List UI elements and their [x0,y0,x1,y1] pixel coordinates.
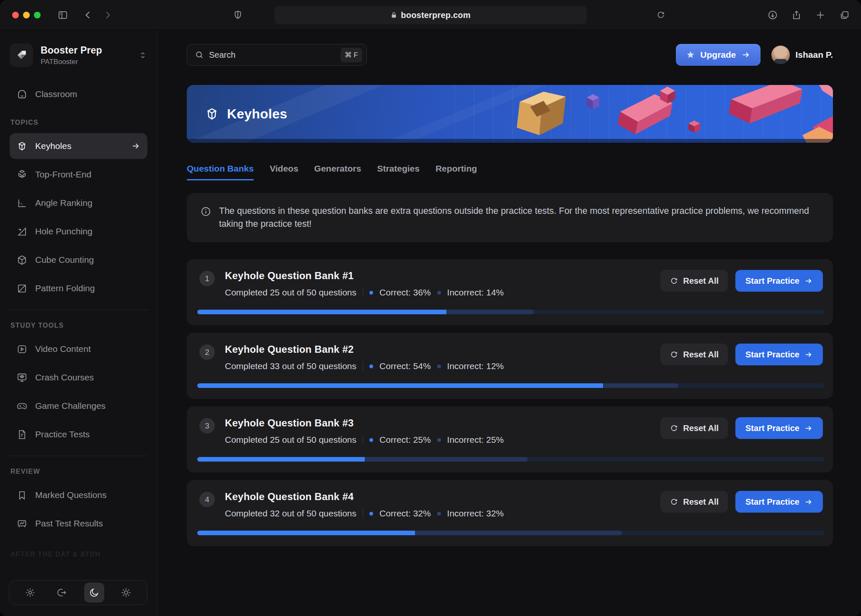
card-number-badge: 4 [199,492,215,507]
sidebar-item-hole-punching[interactable]: Hole Punching [10,218,147,244]
search-bar[interactable]: ⌘ F [187,44,367,66]
incorrect-text: Incorrect: 32% [447,508,504,518]
bookmark-icon [16,490,28,501]
arrow-right-icon [131,141,141,151]
tab-question-banks[interactable]: Question Banks [187,164,254,180]
main-content: ⌘ F Upgrade Ishaan P. [157,30,861,616]
reset-all-button[interactable]: Reset All [660,270,728,292]
forward-icon[interactable] [102,10,113,21]
section-label-study-tools: STUDY TOOLS [10,322,147,329]
question-bank-card-1: 1 Keyhole Question Bank #1 Completed 25 … [187,259,833,325]
sidebar-item-game-challenges[interactable]: Game Challenges [10,393,147,419]
user-name: Ishaan P. [796,50,833,60]
sidebar-item-label: Angle Ranking [35,198,93,208]
tab-videos[interactable]: Videos [270,164,298,180]
downloads-icon[interactable] [767,10,778,21]
tab-bar: Question Banks Videos Generators Strateg… [187,164,833,180]
reset-all-button[interactable]: Reset All [660,417,728,439]
sidebar-item-pattern-folding[interactable]: Pattern Folding [10,275,147,301]
sidebar-toggle-icon[interactable] [57,10,68,21]
zoom-window-button[interactable] [34,12,41,18]
reset-all-button[interactable]: Reset All [660,491,728,513]
start-practice-button[interactable]: Start Practice [735,491,823,513]
sidebar-item-label: Crash Courses [35,372,94,382]
sidebar-item-practice-tests[interactable]: Practice Tests [10,421,147,447]
sidebar-nav: Classroom TOPICS Keyholes Top-Front-End [10,81,147,558]
brand[interactable]: Booster Prep PATBooster [10,44,147,67]
light-mode-button[interactable] [116,583,136,603]
tab-generators[interactable]: Generators [314,164,361,180]
incorrect-dot [437,512,441,516]
progress-correct [197,457,366,462]
keyholes-banner: Keyholes [187,85,833,143]
back-icon[interactable] [83,10,94,21]
arrow-right-icon [804,424,813,433]
section-label-topics: TOPICS [10,119,147,126]
tab-overview-icon[interactable] [839,10,850,21]
incorrect-text: Incorrect: 12% [447,361,504,371]
progress-bar [197,457,824,462]
lock-icon [390,12,397,19]
crash-courses-icon [16,372,28,383]
arrow-right-icon [804,277,813,285]
progress-bar [197,310,824,314]
reload-icon[interactable] [656,10,665,20]
completed-text: Completed 25 out of 50 questions [225,287,356,298]
sidebar-item-label: Keyholes [35,141,71,151]
share-icon[interactable] [791,10,802,21]
reset-all-label: Reset All [683,350,719,359]
progress-incorrect [603,383,678,388]
correct-text: Correct: 36% [379,287,431,298]
card-subtitle: Completed 25 out of 50 questions Correct… [225,287,504,298]
upgrade-button[interactable]: Upgrade [676,44,760,66]
card-number-badge: 1 [199,271,215,286]
sidebar-item-video-content[interactable]: Video Content [10,336,147,362]
section-label-review: REVIEW [10,468,147,475]
start-practice-button[interactable]: Start Practice [735,344,823,365]
new-tab-icon[interactable] [815,10,826,21]
card-title: Keyhole Question Bank #3 [225,417,504,429]
close-window-button[interactable] [12,12,19,18]
game-controller-icon [16,400,28,412]
progress-incorrect [415,531,622,535]
card-title: Keyhole Question Bank #4 [225,491,504,503]
tab-strategies[interactable]: Strategies [377,164,420,180]
dark-mode-button[interactable] [84,583,104,603]
sidebar-item-past-test-results[interactable]: Past Test Results [10,511,147,536]
sidebar-item-classroom[interactable]: Classroom [10,81,147,107]
settings-button[interactable] [20,583,40,603]
start-practice-label: Start Practice [745,497,799,507]
start-practice-button[interactable]: Start Practice [735,417,823,439]
progress-correct [197,531,417,535]
reset-icon [670,350,678,359]
info-icon [200,206,211,217]
sidebar: Booster Prep PATBooster Classroom TOPICS… [0,30,157,616]
avatar[interactable] [771,46,790,64]
sidebar-item-cube-counting[interactable]: Cube Counting [10,247,147,273]
tab-reporting[interactable]: Reporting [436,164,477,180]
address-bar[interactable]: boosterprep.com [274,6,587,24]
sun-icon [121,587,131,598]
sidebar-item-keyholes[interactable]: Keyholes [10,133,147,159]
sidebar-item-crash-courses[interactable]: Crash Courses [10,364,147,390]
hole-punch-icon [16,226,28,237]
reset-all-button[interactable]: Reset All [660,344,728,365]
question-bank-list: 1 Keyhole Question Bank #1 Completed 25 … [187,259,833,546]
minimize-window-button[interactable] [23,12,30,18]
chevron-updown-icon[interactable] [138,51,147,60]
card-title: Keyhole Question Bank #1 [225,270,504,282]
sidebar-item-marked-questions[interactable]: Marked Questions [10,482,147,508]
search-input[interactable] [209,50,335,60]
sidebar-item-angle-ranking[interactable]: Angle Ranking [10,190,147,216]
shield-icon[interactable] [232,10,243,21]
progress-incorrect [365,457,528,462]
sidebar-item-label: Marked Questions [35,490,106,500]
incorrect-text: Incorrect: 14% [447,287,504,298]
sidebar-item-top-front-end[interactable]: Top-Front-End [10,162,147,187]
divider [363,288,363,297]
divider [9,310,148,310]
start-practice-button[interactable]: Start Practice [735,270,823,292]
card-number-badge: 2 [199,344,215,360]
logout-button[interactable] [52,583,72,603]
star-icon [686,50,695,59]
